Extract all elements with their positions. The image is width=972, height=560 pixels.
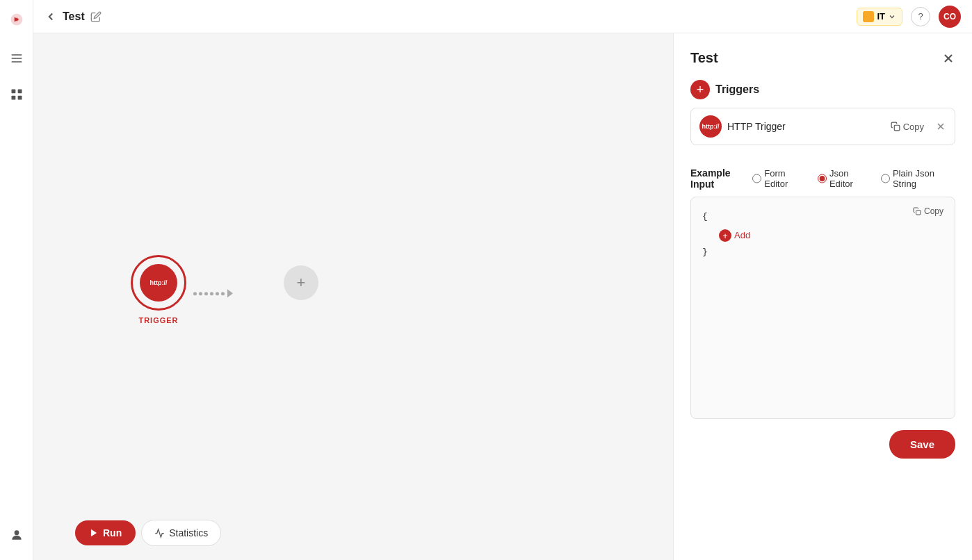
chart-icon — [154, 528, 165, 538]
svg-rect-3 — [11, 61, 22, 63]
add-field-icon: + — [719, 229, 731, 242]
json-open-brace: { — [702, 208, 943, 224]
copy-icon — [891, 122, 900, 131]
json-editor-label: Json Editor — [829, 168, 871, 189]
topbar: Test IT ? CO — [33, 0, 972, 33]
json-editor-radio[interactable] — [818, 174, 827, 183]
json-close-brace: } — [702, 244, 943, 260]
panel-header: Test — [690, 50, 955, 66]
grid-apps-icon[interactable] — [6, 83, 28, 106]
trigger-badge: http:// — [150, 279, 168, 286]
add-trigger-button[interactable]: + — [690, 80, 710, 99]
json-copy-button[interactable]: Copy — [909, 204, 948, 218]
app-logo[interactable] — [6, 8, 28, 31]
example-input-label: Example Input — [690, 167, 752, 190]
trigger-inner-circle: http:// — [140, 264, 177, 302]
form-editor-option[interactable]: Form Editor — [752, 168, 808, 189]
canvas-area: http:// TRIGGER + Run Statistics — [33, 33, 673, 560]
svg-point-0 — [15, 18, 18, 22]
json-add-field[interactable]: + Add — [702, 227, 943, 243]
copy-small-icon — [913, 207, 921, 215]
plain-json-option[interactable]: Plain Json String — [881, 168, 955, 189]
triggers-label: Triggers — [715, 83, 759, 96]
bottom-bar: Run Statistics — [75, 520, 221, 546]
workspace-dot — [863, 11, 874, 22]
panel-close-button[interactable] — [941, 51, 955, 65]
panel-title: Test — [690, 50, 718, 66]
edit-title-button[interactable] — [90, 11, 102, 22]
statistics-button[interactable]: Statistics — [141, 520, 221, 546]
trigger-node[interactable]: http:// TRIGGER — [131, 255, 186, 324]
trigger-item-badge: http:// — [699, 115, 722, 138]
plain-json-radio[interactable] — [881, 174, 890, 183]
add-trigger-icon: + — [697, 83, 704, 96]
trigger-delete-button[interactable] — [935, 121, 946, 132]
play-icon — [89, 528, 99, 538]
form-editor-label: Form Editor — [764, 168, 808, 189]
svg-point-8 — [14, 530, 19, 535]
trigger-outer-ring: http:// — [131, 255, 186, 311]
svg-rect-1 — [11, 54, 22, 56]
trigger-copy-button[interactable]: Copy — [885, 119, 930, 135]
run-button[interactable]: Run — [75, 520, 136, 545]
save-button[interactable]: Save — [889, 430, 955, 459]
json-editor-option[interactable]: Json Editor — [818, 168, 871, 189]
add-field-button[interactable]: + Add — [719, 227, 943, 243]
arrow-head — [227, 289, 233, 297]
add-node-icon: + — [297, 274, 306, 292]
editor-type-radio-group: Form Editor Json Editor Plain Json Strin… — [752, 168, 955, 189]
connector-line — [193, 289, 233, 297]
triggers-section: + Triggers http:// HTTP Trigger Copy — [690, 80, 955, 145]
dot-line — [193, 292, 225, 295]
topbar-right: IT ? CO — [857, 6, 961, 28]
plain-json-label: Plain Json String — [893, 168, 955, 189]
svg-marker-9 — [91, 529, 97, 537]
svg-rect-12 — [894, 125, 900, 131]
workspace-label: IT — [877, 11, 885, 22]
svg-rect-4 — [11, 90, 15, 94]
workflow-canvas[interactable]: http:// TRIGGER + — [33, 33, 673, 560]
help-button[interactable]: ? — [911, 7, 930, 26]
trigger-item-name: HTTP Trigger — [727, 121, 880, 132]
svg-rect-7 — [17, 96, 22, 100]
form-editor-radio[interactable] — [752, 174, 761, 183]
trigger-label: TRIGGER — [138, 316, 178, 324]
menu-lines-icon[interactable] — [6, 47, 28, 69]
trigger-item: http:// HTTP Trigger Copy — [690, 108, 955, 145]
sidebar — [0, 0, 33, 560]
svg-rect-5 — [17, 90, 22, 94]
back-button[interactable] — [44, 10, 57, 23]
user-avatar[interactable]: CO — [939, 6, 961, 28]
example-input-section: Example Input Form Editor Json Editor Pl… — [690, 167, 955, 419]
page-title: Test — [63, 10, 85, 23]
example-input-header: Example Input Form Editor Json Editor Pl… — [690, 167, 955, 190]
svg-rect-15 — [916, 211, 921, 215]
triggers-header: + Triggers — [690, 80, 955, 99]
json-editor[interactable]: Copy { + Add } — [690, 197, 955, 419]
svg-rect-6 — [11, 96, 15, 100]
workspace-selector[interactable]: IT — [857, 8, 902, 26]
user-profile-icon[interactable] — [6, 524, 28, 546]
right-panel: Test + Triggers http:// HTTP Trigger Cop… — [673, 33, 972, 560]
help-icon: ? — [918, 11, 923, 22]
add-node-button[interactable]: + — [284, 265, 318, 300]
svg-rect-2 — [11, 58, 22, 59]
